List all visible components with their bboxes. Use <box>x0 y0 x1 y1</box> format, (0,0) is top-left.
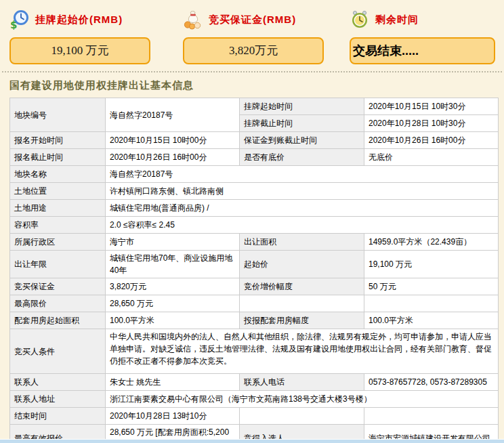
bidder-conditions-label: 竞买人条件 <box>10 329 106 374</box>
empty-cell <box>364 408 499 425</box>
signup-start-time-label: 报名开始时间 <box>10 132 106 149</box>
signup-start-time-value: 2020年10月15日 10时00分 <box>106 132 240 149</box>
listing-end-time-label: 挂牌截止时间 <box>240 115 364 132</box>
alarm-clock-icon <box>350 9 370 30</box>
district-value: 海宁市 <box>106 234 240 251</box>
empty-cell <box>364 295 499 312</box>
plot-ratio-label: 容积率 <box>10 217 106 234</box>
start-price-value: 19,100 万元 <box>364 251 499 278</box>
reserve-price-label: 是否有底价 <box>240 149 364 166</box>
contact-value: 朱女士 姚先生 <box>106 374 240 391</box>
deposit-deadline-label: 保证金到账截止时间 <box>240 132 364 149</box>
price-cap-label: 最高限价 <box>10 295 106 312</box>
support-housing-area-label: 配套用房起始面积 <box>10 312 106 329</box>
listing-start-price-group: $ 挂牌起始价(RMB) 19,100 万元 <box>9 8 183 64</box>
remaining-time-label: 剩余时间 <box>375 14 419 26</box>
bid-increment-value: 50 万元 <box>364 278 499 295</box>
remaining-time-group: 剩余时间 交易结束..... <box>350 8 495 64</box>
transfer-area-label: 出让面积 <box>240 234 364 251</box>
money-bag-icon <box>183 9 203 30</box>
bid-increment-label: 竞价增价幅度 <box>240 278 364 295</box>
remaining-time-status: 交易结束..... <box>350 37 495 64</box>
listing-start-price-value: 19,100 万元 <box>9 37 150 64</box>
transfer-area-value: 14959.0平方米（22.439亩） <box>364 234 499 251</box>
listing-end-time-value: 2020年10月28日 10时30分 <box>364 115 499 132</box>
page-title: 国有建设用地使用权挂牌出让基本信息 <box>9 79 504 92</box>
deposit-deadline-value: 2020年10月26日 16时00分 <box>364 132 499 149</box>
contact-label: 联系人 <box>10 374 106 391</box>
bid-deposit-label: 竞买保证金(RMB) <box>209 14 296 26</box>
plot-name-label: 地块名称 <box>10 166 106 183</box>
bid-deposit-row-label: 竞买保证金 <box>10 278 106 295</box>
bid-deposit-group: 竞买保证金(RMB) 3,820万元 <box>183 8 350 64</box>
bidder-conditions-value: 中华人民共和国境内外的法人、自然人和其他组织，除法律、法规另有规定外，均可申请参… <box>106 329 499 374</box>
support-housing-increment-label: 投报配套用房幅度 <box>240 312 364 329</box>
land-info-table: 地块编号 海自然字20187号 挂牌起始时间 2020年10月15日 10时30… <box>9 98 499 443</box>
listing-start-price-label: 挂牌起始价(RMB) <box>35 14 123 26</box>
land-use-label: 土地用途 <box>10 200 106 217</box>
support-housing-area-value: 100.0平方米 <box>106 312 240 329</box>
dotted-divider <box>2 71 502 72</box>
end-time-label: 结束时间 <box>10 408 106 425</box>
land-location-label: 土地位置 <box>10 183 106 200</box>
empty-cell <box>240 408 364 425</box>
signup-end-time-label: 报名截止时间 <box>10 149 106 166</box>
transfer-term-label: 出让年限 <box>10 251 106 278</box>
support-housing-increment-value: 100.0平方米 <box>364 312 499 329</box>
price-cap-value: 28,650 万元 <box>106 295 240 312</box>
end-time-value: 2020年10月28日 13时10分 <box>106 408 240 425</box>
bid-deposit-row-value: 3,820万元 <box>106 278 240 295</box>
empty-cell <box>240 295 364 312</box>
summary-banner: $ 挂牌起始价(RMB) 19,100 万元 竞买保证金(RMB) 3,820万… <box>0 0 504 64</box>
svg-text:$: $ <box>10 19 17 30</box>
bid-deposit-value: 3,820万元 <box>183 37 324 64</box>
plot-no-value: 海自然字20187号 <box>106 98 240 132</box>
land-use-value: 城镇住宅用地(普通商品房) / <box>106 200 499 217</box>
district-label: 所属行政区 <box>10 234 106 251</box>
plot-no-label: 地块编号 <box>10 98 106 132</box>
plot-name-value: 海自然字20187号 <box>106 166 499 183</box>
start-price-label: 起始价 <box>240 251 364 278</box>
transfer-term-value: 城镇住宅用地70年、商业设施用地40年 <box>106 251 240 278</box>
money-clock-icon: $ <box>9 9 30 30</box>
listing-start-time-label: 挂牌起始时间 <box>240 98 364 115</box>
land-location-value: 许村镇闸口路东侧、镇北路南侧 <box>106 183 499 200</box>
listing-start-time-value: 2020年10月15日 10时30分 <box>364 98 499 115</box>
contact-phone-value: 0573-87657728, 0573-87289305 <box>364 374 499 391</box>
plot-ratio-value: 2.0 ≤容积率≤ 2.45 <box>106 217 499 234</box>
reserve-price-value: 无底价 <box>364 149 499 166</box>
contact-address-value: 浙江江南要素交易中心有限公司（海宁市文苑南路138号交通大楼3号楼） <box>106 391 499 408</box>
signup-end-time-value: 2020年10月26日 16时00分 <box>106 149 240 166</box>
contact-phone-label: 联系人电话 <box>240 374 364 391</box>
bottom-strip <box>0 439 504 443</box>
contact-address-label: 联系人地址 <box>10 391 106 408</box>
